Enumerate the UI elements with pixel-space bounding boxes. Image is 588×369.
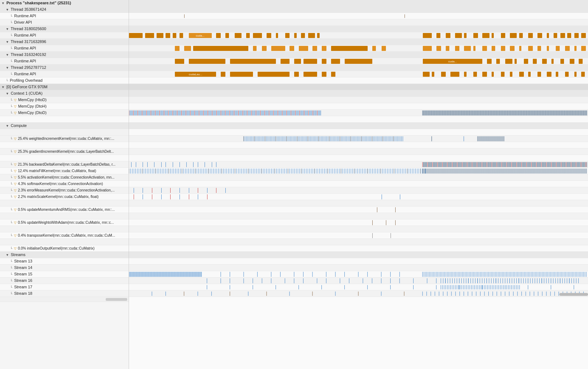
thread5-row[interactable]: ▼ Thread 2952787712 (0, 65, 129, 71)
kernel9-row: └ ▽ 0.5% updateMomentumAndRMS(rnn::cuda:… (0, 207, 129, 213)
blk-ra4-r10 (570, 59, 574, 64)
blk-ra2-right6 (473, 33, 478, 38)
context-row[interactable]: ▼ Context 1 (CUDA) (0, 90, 129, 97)
funnel-icon-k7: ▽ (14, 189, 16, 192)
timeline-memcpy-htod (129, 97, 588, 103)
runtime-api-3-label: Runtime API (14, 46, 36, 50)
funnel-icon-k6: ▽ (14, 182, 16, 186)
timeline-driverapi1 (129, 19, 588, 26)
timeline-spacer1 (129, 116, 588, 123)
kernel3-row: └ ▽ 21.3% backwardDeltaKernel(rnn::cuda:… (0, 161, 129, 168)
tick-rta1 (184, 14, 185, 18)
funnel-icon-k11: ▽ (14, 234, 16, 237)
left-panel: ▼ Process "shakespeare.txt" (25231) ▼ Th… (0, 0, 129, 369)
thread3-row[interactable]: ▼ Thread 3171632896 (0, 39, 129, 45)
runtime-api-5-row: └ Runtime API (0, 71, 129, 77)
timeline-kernel6 (129, 181, 588, 187)
timeline-runtimeapi4: cuda... (129, 58, 588, 65)
blk-ra2-15 (294, 33, 296, 38)
thread1-label: Thread 3538671424 (11, 7, 46, 11)
stream14-label: Stream 14 (14, 265, 32, 270)
spacer-k2 (0, 155, 129, 161)
compute-label: Compute (11, 123, 27, 128)
funnel-icon-k8: ▽ (14, 195, 16, 199)
blk-ra3-3 (253, 46, 257, 51)
blk-ra2-6 (180, 33, 183, 38)
blk-ra2-8 (225, 33, 229, 38)
blk-ra4-1 (175, 59, 184, 64)
stream18-row: └ Stream 18 (0, 290, 129, 297)
kernel1-label: 25.4% weightedIncrementKernel(rnn::cuda:… (18, 137, 114, 141)
scrollbar-h[interactable] (106, 298, 127, 301)
blk-ra2-cuda: cuda... (189, 33, 212, 38)
thread4-row[interactable]: ▼ Thread 3163240192 (0, 52, 129, 58)
main-container: ▼ Process "shakespeare.txt" (25231) ▼ Th… (0, 0, 588, 369)
funnel-icon-dtod: ▽ (14, 111, 16, 115)
blk-ra3-r14 (547, 46, 549, 51)
timeline-kernel7 (129, 187, 588, 194)
thread2-row[interactable]: ▼ Thread 3180025600 (0, 26, 129, 32)
blk-ra3-r10 (510, 46, 515, 51)
blk-ra5-5 (294, 72, 299, 77)
blk-ra4-r8 (551, 59, 554, 64)
blk-ra4-9 (345, 59, 372, 64)
blk-ra4-r6 (533, 59, 536, 64)
funnel-icon-k1: ▽ (14, 137, 16, 141)
blk-ra5-8 (331, 72, 336, 77)
stream18-label: Stream 18 (14, 291, 32, 295)
timeline-runtimeapi2: cuda... (129, 32, 588, 39)
timeline-streams (129, 252, 588, 258)
thread2-label: Thread 3180025600 (11, 27, 46, 31)
thread1-row[interactable]: ▼ Thread 3538671424 (0, 6, 129, 13)
blk-ra2-right17 (567, 33, 571, 38)
blk-ra2-right7 (482, 33, 489, 38)
kernel4-label: 12.4% matrixFillKernel(rnn::cuda::CuMatr… (18, 169, 96, 173)
collapse-icon[interactable]: ▼ (1, 1, 5, 5)
timeline-stream17 (129, 284, 588, 290)
blk-ra3-r12 (528, 46, 533, 51)
kernel2-label: 25.3% gradientIncrementKernel(rnn::cuda:… (18, 150, 114, 153)
blk-ra5-r8 (492, 72, 494, 77)
stream16-label: Stream 16 (14, 278, 32, 283)
streams-row[interactable]: ▼ Streams (0, 252, 129, 258)
blk-ra2-9 (235, 33, 242, 38)
profiling-overhead-label: Profiling Overhead (10, 78, 42, 82)
scrollbar-stub[interactable] (559, 293, 588, 296)
kernel4-svg (129, 168, 588, 174)
timeline-thread4 (129, 52, 588, 58)
timeline-kernel10 (129, 219, 588, 226)
blk-ra5-r7 (482, 72, 487, 77)
timeline-thread1 (129, 6, 588, 13)
blk-ra4-r11 (579, 59, 582, 64)
blk-ra2-right16 (560, 33, 565, 38)
compute-row[interactable]: ▼ Compute (0, 123, 129, 129)
blk-ra4-4 (281, 59, 290, 64)
funnel-icon-k5: ▽ (14, 176, 16, 179)
spacer-compute (0, 129, 129, 136)
blk-ra3-r18 (581, 46, 586, 51)
blk-ra3-r2 (436, 46, 441, 51)
timeline-spacer6 (129, 213, 588, 219)
blk-ra2-right4 (455, 33, 462, 38)
blk-ra3-9 (322, 46, 326, 51)
kernel2-row: └ ▽ 25.3% gradientIncrementKernel(rnn::c… (0, 148, 129, 155)
runtime-api-1-label: Runtime API (14, 14, 36, 18)
funnel-icon-k12: ▽ (14, 247, 16, 250)
kernel1-row: └ ▽ 25.4% weightedIncrementKernel(rnn::c… (0, 136, 129, 142)
kernel9-label: 0.5% updateMomentumAndRMS(rnn::cuda::CuM… (18, 208, 115, 212)
blk-ra5-r18 (581, 72, 585, 77)
stream15-row: └ Stream 15 (0, 271, 129, 278)
gpu-row[interactable]: ▼ [0] GeForce GTX 970M (0, 84, 129, 90)
spacer-k8 (0, 200, 129, 207)
tick-rta2 (405, 14, 405, 18)
spacer-k9 (0, 213, 129, 219)
process-row[interactable]: ▼ Process "shakespeare.txt" (25231) (0, 0, 129, 6)
blk-ra3-6 (290, 46, 294, 51)
process-label: Process "shakespeare.txt" (25231) (6, 1, 71, 5)
stream15-svg (129, 271, 588, 278)
blk-ra5-4 (258, 72, 290, 77)
blk-ra2-right9 (501, 33, 506, 38)
blk-ra3-big2 (331, 46, 368, 51)
blk-ra2-right14 (547, 33, 549, 38)
timeline-process (129, 0, 588, 6)
